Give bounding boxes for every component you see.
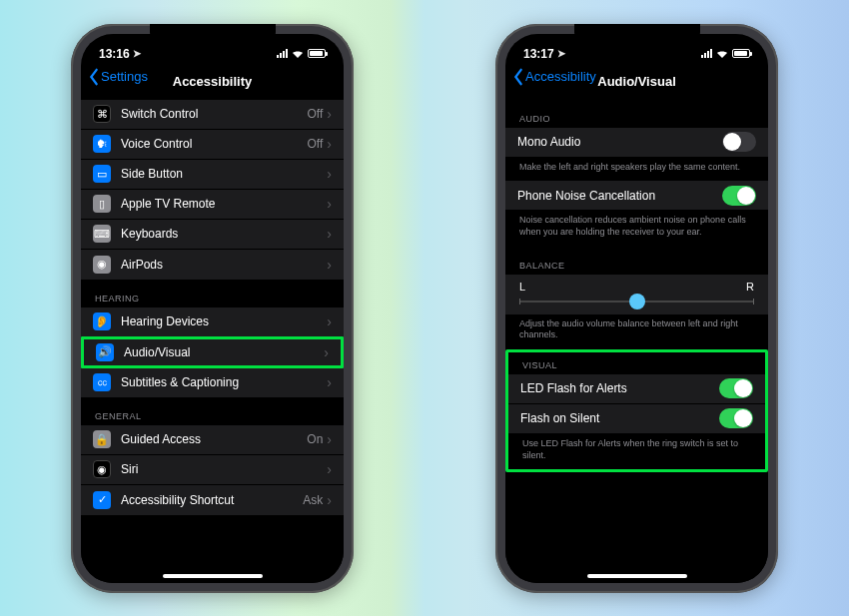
side-button-icon: ▭ <box>93 165 111 183</box>
row-label: Guided Access <box>121 432 307 446</box>
siri-icon: ◉ <box>93 460 111 478</box>
shortcut-icon: ✓ <box>93 491 111 509</box>
back-button[interactable]: Accessibility <box>511 68 596 86</box>
row-led-flash[interactable]: LED Flash for Alerts <box>508 374 765 404</box>
noise-footer: Noise cancellation reduces ambient noise… <box>505 211 768 246</box>
section-visual: VISUAL <box>508 352 765 374</box>
row-subtitles-captioning[interactable]: ㏄Subtitles & Captioning› <box>81 367 344 397</box>
voice-control-icon: 🗣 <box>93 135 111 153</box>
row-label: Hearing Devices <box>121 314 327 328</box>
home-indicator[interactable] <box>587 574 687 578</box>
chevron-left-icon <box>87 68 101 86</box>
tv-remote-icon: ▯ <box>93 195 111 213</box>
balance-slider-row: L R <box>505 275 768 314</box>
row-value: On <box>307 432 323 446</box>
phone-right: 13:17 ➤ Accessibility Audio/Visual AUDIO… <box>495 24 778 593</box>
location-icon: ➤ <box>557 48 565 59</box>
row-noise-cancellation[interactable]: Phone Noise Cancellation <box>505 181 768 211</box>
nav-bar: Accessibility Audio/Visual <box>505 68 768 100</box>
row-audio-visual[interactable]: 🔊Audio/Visual› <box>81 336 344 368</box>
section-general: GENERAL <box>81 397 344 425</box>
balance-right-label: R <box>746 281 754 293</box>
row-voice-control[interactable]: 🗣Voice ControlOff› <box>81 130 344 160</box>
row-mono-audio[interactable]: Mono Audio <box>505 128 768 158</box>
led-label: LED Flash for Alerts <box>520 381 719 395</box>
row-label: AirPods <box>121 258 327 272</box>
row-keyboards[interactable]: ⌨Keyboards› <box>81 220 344 250</box>
screen-audio-visual: 13:17 ➤ Accessibility Audio/Visual AUDIO… <box>505 34 768 583</box>
chevron-right-icon: › <box>327 492 332 508</box>
balance-slider[interactable] <box>519 301 754 303</box>
mono-toggle[interactable] <box>722 132 756 152</box>
notch <box>574 24 700 46</box>
chevron-right-icon: › <box>327 166 332 182</box>
status-time: 13:16 <box>99 47 130 61</box>
row-value: Off <box>308 137 324 151</box>
home-indicator[interactable] <box>163 574 263 578</box>
hearing-icon: 👂 <box>93 312 111 330</box>
row-accessibility-shortcut[interactable]: ✓Accessibility ShortcutAsk› <box>81 485 344 515</box>
section-audio: AUDIO <box>505 100 768 128</box>
airpods-icon: ◉ <box>93 256 111 274</box>
row-apple-tv-remote[interactable]: ▯Apple TV Remote› <box>81 190 344 220</box>
content-scroll[interactable]: ⌘Switch ControlOff›🗣Voice ControlOff›▭Si… <box>81 100 344 583</box>
row-label: Voice Control <box>121 137 308 151</box>
row-guided-access[interactable]: 🔒Guided AccessOn› <box>81 425 344 455</box>
row-value: Off <box>308 107 324 121</box>
row-label: Subtitles & Captioning <box>121 375 327 389</box>
section-balance: BALANCE <box>505 247 768 275</box>
row-flash-silent[interactable]: Flash on Silent <box>508 404 765 434</box>
chevron-left-icon <box>511 68 525 86</box>
chevron-right-icon: › <box>327 257 332 273</box>
wifi-icon <box>292 49 304 58</box>
chevron-right-icon: › <box>327 431 332 447</box>
led-toggle[interactable] <box>719 378 753 398</box>
row-label: Keyboards <box>121 227 327 241</box>
row-switch-control[interactable]: ⌘Switch ControlOff› <box>81 100 344 130</box>
row-siri[interactable]: ◉Siri› <box>81 455 344 485</box>
row-value: Ask <box>303 493 323 507</box>
audio-visual-icon: 🔊 <box>96 343 114 361</box>
row-side-button[interactable]: ▭Side Button› <box>81 160 344 190</box>
content-scroll[interactable]: AUDIO Mono Audio Make the left and right… <box>505 100 768 583</box>
row-label: Switch Control <box>121 107 308 121</box>
slider-knob[interactable] <box>629 294 645 309</box>
row-label: Side Button <box>121 167 327 181</box>
flash-silent-toggle[interactable] <box>719 408 753 428</box>
page-title: Accessibility <box>173 74 253 89</box>
back-button[interactable]: Settings <box>87 68 148 86</box>
chevron-right-icon: › <box>327 136 332 152</box>
noise-toggle[interactable] <box>722 186 756 206</box>
row-label: Accessibility Shortcut <box>121 493 303 507</box>
chevron-right-icon: › <box>327 461 332 477</box>
flash-silent-label: Flash on Silent <box>520 411 719 425</box>
chevron-right-icon: › <box>327 374 332 390</box>
row-label: Apple TV Remote <box>121 197 327 211</box>
chevron-right-icon: › <box>327 226 332 242</box>
balance-left-label: L <box>519 281 525 293</box>
mono-footer: Make the left and right speakers play th… <box>505 158 768 182</box>
signal-icon <box>701 49 712 58</box>
row-label: Audio/Visual <box>124 345 324 359</box>
chevron-right-icon: › <box>324 344 329 360</box>
screen-accessibility: 13:16 ➤ Settings Accessibility ⌘Switch C… <box>81 34 344 583</box>
back-label: Accessibility <box>525 69 596 84</box>
balance-footer: Adjust the audio volume balance between … <box>505 314 768 349</box>
location-icon: ➤ <box>133 48 141 59</box>
phone-left: 13:16 ➤ Settings Accessibility ⌘Switch C… <box>71 24 354 593</box>
visual-footer: Use LED Flash for Alerts when the ring s… <box>508 434 765 469</box>
visual-highlight-group: VISUAL LED Flash for Alerts Flash on Sil… <box>505 349 768 472</box>
switch-control-icon: ⌘ <box>93 105 111 123</box>
nav-bar: Settings Accessibility <box>81 68 344 100</box>
chevron-right-icon: › <box>327 106 332 122</box>
row-hearing-devices[interactable]: 👂Hearing Devices› <box>81 308 344 337</box>
mono-label: Mono Audio <box>517 135 722 149</box>
section-hearing: HEARING <box>81 280 344 308</box>
subtitles-icon: ㏄ <box>93 373 111 391</box>
row-airpods[interactable]: ◉AirPods› <box>81 250 344 280</box>
noise-label: Phone Noise Cancellation <box>517 189 722 203</box>
notch <box>150 24 276 46</box>
guided-access-icon: 🔒 <box>93 430 111 448</box>
battery-icon <box>308 49 326 58</box>
battery-icon <box>732 49 750 58</box>
